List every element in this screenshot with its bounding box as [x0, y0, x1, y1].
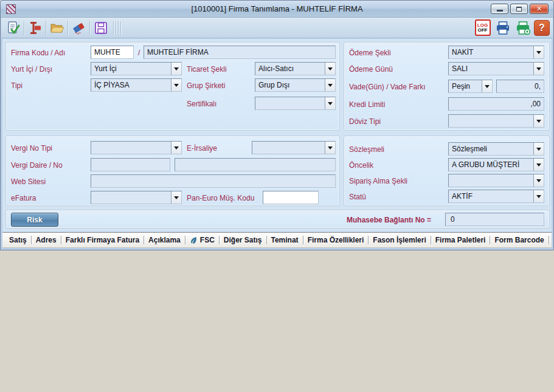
- odeme-gunu-select[interactable]: SALI: [448, 62, 544, 75]
- firma-adi-input[interactable]: [144, 46, 336, 59]
- panel-company-identity: Firma Kodu / Adı / Yurt İçi / Dışı Yurt …: [5, 42, 340, 131]
- vergi-daire-input[interactable]: [91, 158, 170, 171]
- open-folder-button[interactable]: [48, 19, 66, 36]
- desktop: [1010001] Firma Tanımlama - MUHTELİF FİR…: [0, 0, 554, 392]
- tab-fason-islemleri[interactable]: Fason İşlemleri: [369, 236, 430, 244]
- yurt-ici-disi-select[interactable]: Yurt İçi: [91, 62, 182, 75]
- chevron-down-icon[interactable]: [171, 63, 181, 75]
- firma-kodu-input[interactable]: [91, 46, 134, 59]
- siparis-alma-select[interactable]: [448, 174, 544, 187]
- approve-record-icon: [6, 21, 21, 35]
- doviz-tipi-label: Döviz Tipi: [349, 117, 381, 126]
- tab-satis[interactable]: Satış: [5, 236, 31, 244]
- sertifikali-select[interactable]: [255, 97, 336, 110]
- ticaret-sekli-label: Ticaret Şekli: [187, 65, 227, 74]
- chevron-down-icon[interactable]: [325, 97, 335, 109]
- web-sitesi-input[interactable]: [91, 174, 336, 188]
- risk-button[interactable]: Risk: [11, 213, 58, 227]
- ticaret-sekli-select[interactable]: Alıcı-Satıcı: [255, 62, 336, 75]
- save-button[interactable]: [92, 19, 109, 36]
- open-folder-icon: [50, 21, 64, 35]
- web-sitesi-label: Web Sitesi: [11, 177, 46, 186]
- sozlesmeli-select[interactable]: Sözleşmeli: [448, 142, 544, 156]
- chevron-down-icon[interactable]: [533, 143, 544, 155]
- odeme-sekli-select[interactable]: NAKİT: [448, 46, 544, 59]
- tab-firma-ozellikleri[interactable]: Firma Özellikleri: [303, 236, 369, 244]
- tab-firma-paletleri[interactable]: Firma Paletleri: [431, 236, 490, 244]
- vade-select[interactable]: Peşin: [448, 80, 493, 93]
- sertifikali-label: Sertifikalı: [187, 100, 216, 108]
- insert-record-icon: [28, 21, 43, 35]
- chevron-down-icon[interactable]: [533, 63, 544, 75]
- firma-kodu-label: Firma Kodu / Adı: [11, 49, 65, 57]
- close-icon: ✕: [536, 5, 542, 12]
- tab-diger-satis[interactable]: Diğer Satış: [220, 236, 266, 244]
- tab-form-barcode[interactable]: Form Barcode: [490, 236, 548, 244]
- chevron-down-icon[interactable]: [171, 142, 181, 154]
- yurt-ici-disi-label: Yurt İçi / Dışı: [11, 65, 52, 74]
- tab-fsc[interactable]: FSC: [185, 236, 219, 244]
- kredi-limiti-input[interactable]: [448, 97, 544, 111]
- muhasebe-baglanti-label: Muhasebe Bağlantı No =: [347, 216, 431, 224]
- chevron-down-icon[interactable]: [533, 159, 544, 171]
- title-bar[interactable]: [1010001] Firma Tanımlama - MUHTELİF FİR…: [1, 1, 553, 18]
- oncelik-label: Öncelik: [349, 161, 373, 170]
- tipi-label: Tipi: [11, 81, 23, 90]
- eirsaliye-label: E-İrsaliye: [187, 144, 217, 153]
- toolbar-separator: [24, 21, 24, 35]
- clear-form-button[interactable]: [70, 19, 88, 36]
- logoff-button[interactable]: LOG OFF: [474, 19, 491, 36]
- vergi-no-input[interactable]: [175, 158, 336, 171]
- chevron-down-icon[interactable]: [533, 115, 544, 127]
- tab-aciklama[interactable]: Açıklama: [144, 236, 185, 244]
- efatura-select[interactable]: [91, 191, 182, 204]
- insert-record-button[interactable]: [26, 19, 44, 36]
- maximize-button[interactable]: [510, 4, 528, 14]
- print-icon: [495, 20, 511, 36]
- minimize-button[interactable]: [491, 4, 508, 14]
- close-button[interactable]: ✕: [530, 4, 549, 14]
- chevron-down-icon[interactable]: [171, 191, 181, 204]
- sozlesmeli-label: Sözleşmeli: [349, 145, 384, 154]
- statu-label: Statü: [349, 193, 366, 201]
- print-setup-button[interactable]: [514, 19, 531, 36]
- siparis-alma-label: Sipariş Alma Şekli: [349, 177, 407, 185]
- leaf-icon: [190, 236, 198, 244]
- firma-kodu-adi-separator: /: [138, 49, 140, 57]
- oncelik-select[interactable]: A GRUBU MÜŞTERİ: [448, 158, 544, 171]
- chevron-down-icon[interactable]: [533, 174, 544, 187]
- window-title: [1010001] Firma Tanımlama - MUHTELİF FİR…: [1, 4, 553, 13]
- doviz-tipi-select[interactable]: [448, 114, 544, 128]
- vade-label: Vade(Gün) / Vade Farkı: [349, 83, 426, 91]
- tipi-select[interactable]: İÇ PİYASA: [91, 78, 182, 92]
- muhasebe-baglanti-input[interactable]: [445, 213, 544, 226]
- chevron-down-icon[interactable]: [482, 80, 492, 92]
- paneuro-input[interactable]: [263, 191, 319, 204]
- paneuro-label: Pan-Euro Müş. Kodu: [187, 194, 254, 202]
- toolbar-separator: [89, 21, 90, 35]
- print-button[interactable]: [494, 19, 511, 36]
- chevron-down-icon[interactable]: [171, 79, 181, 91]
- odeme-sekli-label: Ödeme Şekli: [349, 49, 391, 57]
- statu-select[interactable]: AKTİF: [448, 190, 544, 203]
- tab-teminat[interactable]: Teminat: [267, 236, 303, 244]
- eirsaliye-select[interactable]: [252, 141, 336, 154]
- chevron-down-icon[interactable]: [533, 46, 544, 58]
- panel-status: Sözleşmeli Sözleşmeli Öncelik A GRUBU MÜ…: [344, 136, 550, 206]
- help-button[interactable]: ?: [534, 20, 550, 36]
- chevron-down-icon[interactable]: [533, 190, 544, 202]
- panel-tax-web: Vergi No Tipi E-İrsaliye Vergi Daire / N…: [5, 136, 340, 206]
- vergi-no-tipi-select[interactable]: [91, 141, 182, 154]
- chevron-down-icon[interactable]: [325, 79, 335, 91]
- odeme-gunu-label: Ödeme Günü: [349, 65, 393, 74]
- grup-sirketi-select[interactable]: Grup Dışı: [255, 78, 336, 92]
- help-icon: ?: [539, 22, 545, 33]
- chevron-down-icon[interactable]: [325, 142, 335, 154]
- vade-farki-input[interactable]: [496, 80, 544, 93]
- tab-adres[interactable]: Adres: [32, 236, 61, 244]
- approve-record-button[interactable]: [4, 19, 22, 36]
- window-controls: ✕: [491, 4, 549, 14]
- chevron-down-icon[interactable]: [325, 63, 335, 75]
- toolbar-separator: [68, 21, 68, 35]
- tab-farkli-firmaya-fatura[interactable]: Farklı Firmaya Fatura: [61, 236, 144, 244]
